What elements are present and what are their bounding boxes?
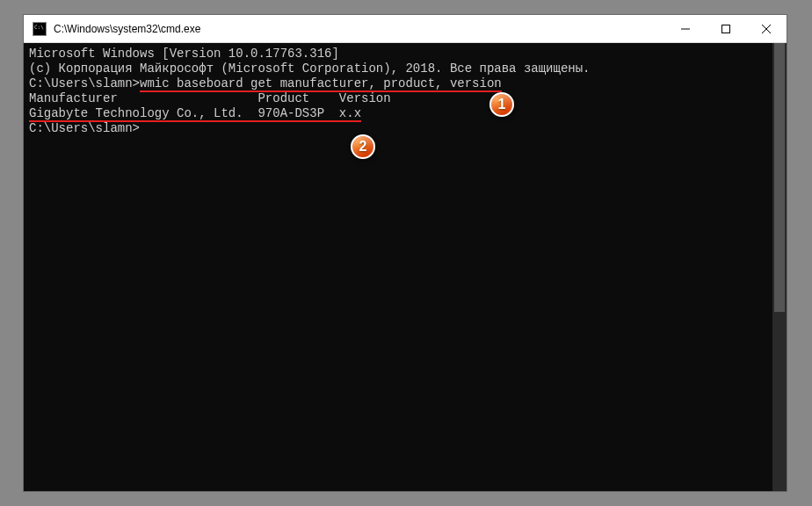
console-output[interactable]: Microsoft Windows [Version 10.0.17763.31… [24,43,772,491]
annotation-callout-1: 1 [489,92,514,117]
close-button[interactable] [746,15,787,42]
version-line: Microsoft Windows [Version 10.0.17763.31… [29,47,767,61]
minimize-icon [681,25,690,33]
command-line: C:\Users\slamn>wmic baseboard get manufa… [29,76,767,91]
typed-command: wmic baseboard get manufacturer, product… [140,76,502,92]
result-text: Gigabyte Technology Co., Ltd. 970A-DS3P … [29,106,361,122]
cmd-icon [33,22,47,36]
annotation-callout-2: 2 [351,134,375,159]
scrollbar[interactable] [772,43,787,491]
close-icon [762,25,771,33]
svg-rect-1 [722,25,730,33]
prompt-line: C:\Users\slamn> [29,121,767,136]
cmd-window: C:\Windows\system32\cmd.exe Microsoft Wi… [23,14,787,492]
window-controls [665,15,787,42]
prompt-path: C:\Users\slamn> [29,76,140,90]
maximize-button[interactable] [706,15,746,42]
columns-header: Manufacturer Product Version [29,91,767,106]
copyright-line: (c) Корпорация Майкрософт (Microsoft Cor… [29,61,767,76]
result-row: Gigabyte Technology Co., Ltd. 970A-DS3P … [29,106,767,121]
titlebar[interactable]: C:\Windows\system32\cmd.exe [24,15,787,43]
maximize-icon [721,25,730,33]
console-area: Microsoft Windows [Version 10.0.17763.31… [24,43,787,491]
minimize-button[interactable] [665,15,706,42]
window-title: C:\Windows\system32\cmd.exe [54,23,665,35]
scroll-thumb[interactable] [774,43,785,312]
